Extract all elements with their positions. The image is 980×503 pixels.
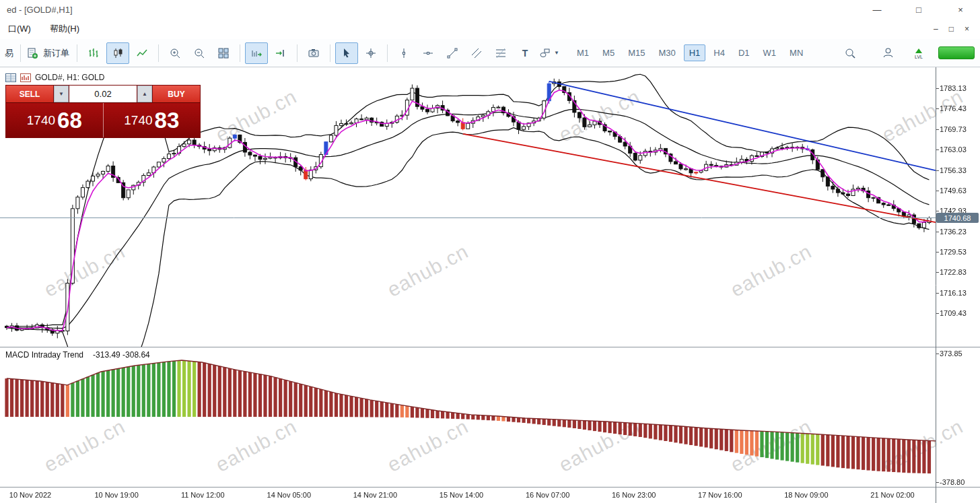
text-tool-button[interactable]: T [514, 42, 536, 64]
crosshair-icon [365, 47, 377, 59]
mdi-restore-button[interactable]: □ [949, 24, 954, 34]
cursor-icon [341, 47, 353, 59]
timeframe-button-m30[interactable]: M30 [653, 44, 680, 61]
auto-scroll-button[interactable] [245, 42, 268, 64]
volume-input[interactable]: 0.02 [69, 86, 137, 102]
zoom-in-button[interactable] [164, 42, 186, 64]
price-axis-label: 1716.13 [940, 289, 967, 297]
zoom-out-button[interactable] [188, 42, 211, 64]
window-title: ed - [GOLD#,H1] [7, 5, 73, 15]
bar-chart-button[interactable] [82, 42, 105, 64]
crosshair-tool-button[interactable] [359, 42, 382, 64]
timeframe-button-d1[interactable]: D1 [733, 44, 755, 61]
line-chart-button[interactable] [131, 42, 153, 64]
zoom-in-icon [169, 47, 181, 59]
vertical-line-tool-button[interactable] [392, 42, 415, 64]
volume-decrease-button[interactable]: ▼ [54, 86, 69, 102]
auto-scroll-icon [250, 47, 262, 59]
toolbar-separator [20, 44, 21, 62]
candlestick-chart-button[interactable] [106, 42, 129, 64]
price-axis-label: 1763.03 [940, 145, 967, 154]
connection-status-indicator [938, 46, 975, 59]
current-price-tag: 1740.68 [936, 213, 979, 223]
time-axis-label: 18 Nov 09:00 [784, 491, 828, 499]
account-button[interactable] [876, 42, 899, 64]
screenshot-button[interactable] [302, 42, 325, 64]
bar-chart-icon [88, 47, 100, 59]
toolbar-separator [387, 44, 388, 62]
trade-panel-prices: 1740 68 1740 83 [6, 102, 200, 137]
mdi-minimize-button[interactable]: – [934, 24, 938, 34]
minimize-button[interactable]: — [871, 5, 883, 15]
depth-of-market-icon [5, 73, 16, 82]
price-axis[interactable]: 1783.131776.431769.731763.031756.331749.… [936, 67, 980, 503]
timeframe-button-m15[interactable]: M15 [623, 44, 650, 61]
search-button[interactable] [839, 42, 862, 64]
trendline-tool-button[interactable] [441, 42, 464, 64]
one-click-trading-panel: SELL ▼ 0.02 ▲ BUY 1740 68 1740 83 [5, 85, 201, 138]
buy-price-display[interactable]: 1740 83 [104, 103, 201, 137]
vertical-line-icon [398, 47, 410, 59]
timeframe-group: M1M5M15M30H1H4D1W1MN [571, 44, 808, 61]
candlestick-chart-icon [112, 47, 124, 59]
new-order-icon [26, 47, 38, 59]
price-axis-label: 1776.43 [940, 104, 967, 112]
price-axis-label: 1736.23 [940, 228, 967, 236]
timeframe-button-m5[interactable]: M5 [597, 44, 620, 61]
buy-price-pips: 83 [155, 109, 180, 131]
search-icon [844, 47, 856, 59]
trade-menu-label[interactable]: 易 [3, 47, 15, 59]
fibonacci-icon [495, 47, 507, 59]
price-axis-label: 1769.73 [940, 125, 967, 133]
tile-windows-icon [217, 47, 230, 59]
symbol-row: GOLD#, H1: GOLD [5, 73, 104, 82]
time-axis-label: 10 Nov 2022 [9, 491, 51, 499]
menu-help[interactable]: 帮助(H) [47, 22, 82, 36]
tile-windows-button[interactable] [212, 42, 235, 64]
volume-increase-button[interactable]: ▲ [137, 86, 152, 102]
fibonacci-tool-button[interactable] [489, 42, 512, 64]
chart-shift-icon [275, 47, 287, 59]
time-axis-label: 21 Nov 02:00 [870, 491, 914, 499]
price-axis-label: 1722.83 [940, 268, 967, 276]
timeframe-button-mn[interactable]: MN [784, 44, 808, 61]
macd-axis-label: -378.80 [940, 478, 965, 486]
sell-price-display[interactable]: 1740 68 [6, 103, 103, 137]
cursor-tool-button[interactable] [335, 42, 358, 64]
time-axis[interactable]: 10 Nov 202210 Nov 19:0011 Nov 12:0014 No… [0, 488, 936, 503]
menu-bar: 口(W) 帮助(H) – □ × [0, 19, 980, 39]
horizontal-line-icon [422, 47, 434, 59]
maximize-button[interactable]: □ [913, 5, 925, 15]
price-axis-label: 1749.63 [940, 187, 967, 195]
window-controls: — □ × [871, 5, 973, 15]
new-order-label: 新订单 [41, 47, 71, 59]
macd-indicator-title: MACD Intraday Trend [5, 350, 83, 360]
time-axis-label: 16 Nov 23:00 [612, 491, 656, 499]
channel-tool-button[interactable] [465, 42, 488, 64]
timeframe-button-h4[interactable]: H4 [708, 44, 730, 61]
time-axis-label: 14 Nov 05:00 [267, 491, 311, 499]
text-tool-icon: T [522, 48, 528, 59]
title-bar: ed - [GOLD#,H1] — □ × [0, 0, 980, 19]
macd-title-row: MACD Intraday Trend -313.49 -308.64 [5, 350, 150, 360]
new-order-button[interactable]: 新订单 [26, 42, 72, 64]
chart-area: eahub.cneahub.cneahub.cneahub.cneahub.cn… [0, 67, 980, 503]
timeframe-button-h1[interactable]: H1 [684, 44, 706, 61]
time-axis-label: 15 Nov 14:00 [440, 491, 483, 499]
buy-button[interactable]: BUY [153, 86, 200, 102]
close-button[interactable]: × [954, 5, 967, 15]
shapes-tool-button[interactable]: ▼ [538, 42, 561, 64]
mdi-close-button[interactable]: × [965, 24, 969, 34]
macd-indicator-values: -313.49 -308.64 [93, 350, 150, 360]
sell-button[interactable]: SELL [6, 86, 53, 102]
application-window: ed - [GOLD#,H1] — □ × 口(W) 帮助(H) – □ × 易… [0, 0, 980, 503]
timeframe-button-m1[interactable]: M1 [571, 44, 594, 61]
lvl-indicator[interactable]: LVL [914, 47, 923, 59]
zoom-out-icon [193, 47, 205, 59]
chart-shift-button[interactable] [269, 42, 292, 64]
buy-price-main: 1740 [124, 113, 152, 128]
horizontal-line-tool-button[interactable] [417, 42, 440, 64]
menu-window[interactable]: 口(W) [5, 22, 34, 36]
timeframe-button-w1[interactable]: W1 [758, 44, 782, 61]
time-axis-label: 14 Nov 21:00 [353, 491, 397, 499]
